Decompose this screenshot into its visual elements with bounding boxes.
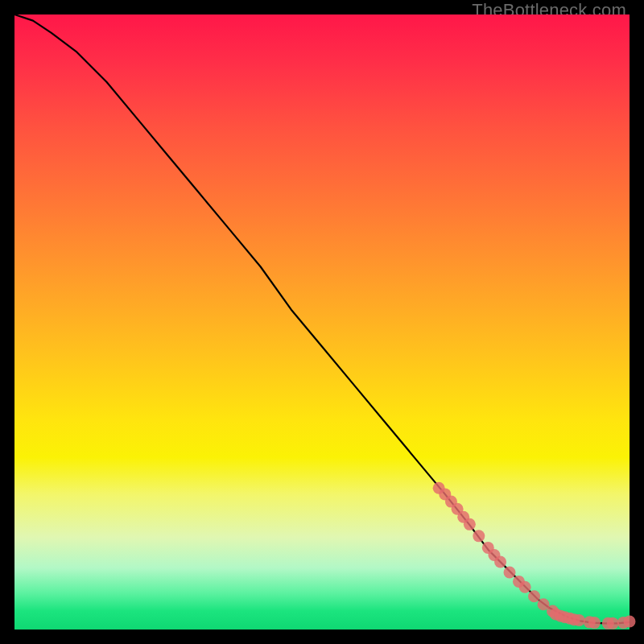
plot-area [14,14,630,630]
data-point [607,617,619,630]
chart-frame: TheBottleneck.com [0,0,644,644]
data-point [624,616,636,628]
data-point [519,581,531,593]
data-point [464,518,476,530]
data-point [588,617,601,629]
data-point [504,566,516,578]
data-point [528,590,540,602]
chart-svg [14,14,630,630]
data-point [494,555,506,568]
curve-line [14,14,630,623]
data-point [473,530,485,542]
data-point [573,614,585,626]
curve-markers [433,482,636,630]
